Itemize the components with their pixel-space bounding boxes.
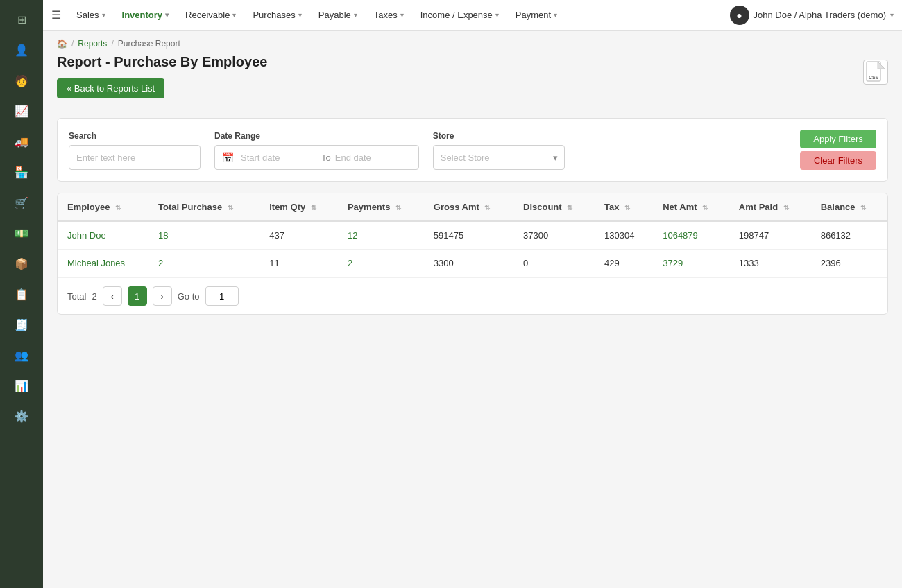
report-table-container: Employee ⇅ Total Purchase ⇅ Item Qty ⇅ P… <box>57 193 888 315</box>
breadcrumb-reports-link[interactable]: Reports <box>78 39 107 49</box>
search-input[interactable] <box>69 145 201 170</box>
sort-icon-tax: ⇅ <box>624 204 630 211</box>
sort-icon-employee: ⇅ <box>115 204 121 211</box>
hamburger-icon[interactable]: ☰ <box>51 8 61 21</box>
users-icon[interactable]: 👤 <box>8 36 35 64</box>
sort-icon-gross-amt: ⇅ <box>484 204 490 211</box>
nav-income-expense-label: Income / Expense <box>420 10 493 20</box>
cell-amt_paid: 1333 <box>729 250 811 277</box>
cell-total_purchase[interactable]: 2 <box>148 250 259 277</box>
list-icon[interactable]: 📋 <box>8 280 35 308</box>
col-balance[interactable]: Balance ⇅ <box>811 193 887 221</box>
goto-page-input[interactable] <box>205 286 239 306</box>
col-gross-amt[interactable]: Gross Amt ⇅ <box>424 193 513 221</box>
page-1-button[interactable]: 1 <box>128 286 147 306</box>
next-page-button[interactable]: › <box>153 286 172 306</box>
table-body: John Doe18437125914753730013030410648791… <box>58 221 887 277</box>
cell-payments[interactable]: 12 <box>338 221 424 250</box>
csv-file-icon: CSV <box>866 61 885 83</box>
col-net-amt[interactable]: Net Amt ⇅ <box>653 193 729 221</box>
cell-total_purchase[interactable]: 18 <box>148 221 259 250</box>
report-icon[interactable]: 📊 <box>8 372 35 399</box>
search-filter-group: Search <box>69 131 201 170</box>
store-select[interactable]: Select Store <box>433 145 565 170</box>
total-count: 2 <box>92 291 96 302</box>
clear-filters-button[interactable]: Clear Filters <box>800 151 876 170</box>
sort-icon-payments: ⇅ <box>395 204 401 211</box>
dollar-icon[interactable]: 💵 <box>8 219 35 247</box>
main-content: ☰ Sales ▾ Inventory ▾ Receivable ▾ Purch… <box>43 0 902 588</box>
dashboard-icon[interactable]: ⊞ <box>8 6 35 33</box>
calendar-icon: 📅 <box>222 152 234 163</box>
cell-discount: 0 <box>513 250 595 277</box>
nav-item-taxes[interactable]: Taxes ▾ <box>367 6 411 24</box>
search-filter-label: Search <box>69 131 201 141</box>
back-to-reports-button[interactable]: « Back to Reports List <box>57 78 164 98</box>
chart-icon[interactable]: 📈 <box>8 97 35 125</box>
nav-item-sales[interactable]: Sales ▾ <box>69 6 112 24</box>
store-icon[interactable]: 🏪 <box>8 158 35 186</box>
person-icon[interactable]: 🧑 <box>8 67 35 94</box>
goto-label: Go to <box>178 291 200 302</box>
sort-icon-item-qty: ⇅ <box>311 204 316 211</box>
nav-receivable-chevron: ▾ <box>232 11 236 19</box>
end-date-input[interactable] <box>335 153 411 163</box>
nav-item-receivable[interactable]: Receivable ▾ <box>178 6 243 24</box>
nav-payment-label: Payment <box>516 10 551 20</box>
apply-filters-button[interactable]: Apply Filters <box>800 130 876 148</box>
cell-balance: 2396 <box>811 250 887 277</box>
cell-net_amt[interactable]: 3729 <box>653 250 729 277</box>
cell-tax: 130304 <box>595 221 653 250</box>
cell-payments[interactable]: 2 <box>338 250 424 277</box>
cell-employee[interactable]: Micheal Jones <box>58 250 148 277</box>
date-to-separator: To <box>321 153 331 163</box>
col-tax[interactable]: Tax ⇅ <box>595 193 653 221</box>
cell-employee[interactable]: John Doe <box>58 221 148 250</box>
col-payments[interactable]: Payments ⇅ <box>338 193 424 221</box>
sort-icon-discount: ⇅ <box>567 204 572 211</box>
nav-item-payment[interactable]: Payment ▾ <box>509 6 564 24</box>
nav-purchases-chevron: ▾ <box>298 11 302 19</box>
total-label: Total <box>67 291 86 302</box>
sort-icon-balance: ⇅ <box>860 204 866 211</box>
report-table: Employee ⇅ Total Purchase ⇅ Item Qty ⇅ P… <box>58 193 887 277</box>
nav-receivable-label: Receivable <box>185 10 230 20</box>
col-discount[interactable]: Discount ⇅ <box>513 193 595 221</box>
csv-export-button[interactable]: CSV <box>863 60 888 85</box>
breadcrumb-home-link[interactable]: 🏠 <box>57 39 67 49</box>
date-range-inputs-container: 📅 To <box>214 145 419 170</box>
nav-inventory-label: Inventory <box>122 10 163 20</box>
col-item-qty[interactable]: Item Qty ⇅ <box>259 193 338 221</box>
page-title-area: Report - Purchase By Employee « Back to … <box>57 54 267 110</box>
col-employee[interactable]: Employee ⇅ <box>58 193 148 221</box>
nav-purchases-label: Purchases <box>253 10 295 20</box>
cell-item_qty: 437 <box>259 221 338 250</box>
nav-item-inventory[interactable]: Inventory ▾ <box>115 6 176 24</box>
cell-gross_amt: 591475 <box>424 221 513 250</box>
cart-icon[interactable]: 🛒 <box>8 189 35 216</box>
nav-sales-label: Sales <box>76 10 99 20</box>
sidebar: ⊞ 👤 🧑 📈 🚚 🏪 🛒 💵 📦 📋 🧾 👥 📊 ⚙️ <box>0 0 43 588</box>
filter-buttons-group: Apply Filters Clear Filters <box>800 130 876 170</box>
nav-item-payable[interactable]: Payable ▾ <box>312 6 364 24</box>
user-menu[interactable]: ● John Doe / Alpha Traders (demo) ▾ <box>730 6 894 25</box>
breadcrumb-sep-2: / <box>111 39 113 49</box>
sort-icon-total-purchase: ⇅ <box>228 204 233 211</box>
nav-item-income-expense[interactable]: Income / Expense ▾ <box>414 6 506 24</box>
top-navigation: ☰ Sales ▾ Inventory ▾ Receivable ▾ Purch… <box>43 0 902 31</box>
box-icon[interactable]: 📦 <box>8 250 35 277</box>
receipt-icon[interactable]: 🧾 <box>8 311 35 338</box>
cell-net_amt[interactable]: 1064879 <box>653 221 729 250</box>
prev-page-button[interactable]: ‹ <box>103 286 122 306</box>
settings-icon[interactable]: ⚙️ <box>8 402 35 430</box>
start-date-input[interactable] <box>241 153 317 163</box>
nav-taxes-label: Taxes <box>374 10 398 20</box>
nav-item-purchases[interactable]: Purchases ▾ <box>246 6 308 24</box>
truck-icon[interactable]: 🚚 <box>8 128 35 155</box>
date-range-filter-group: Date Range 📅 To <box>214 131 419 170</box>
col-amt-paid[interactable]: Amt Paid ⇅ <box>729 193 811 221</box>
group-icon[interactable]: 👥 <box>8 341 35 369</box>
cell-balance: 866132 <box>811 221 887 250</box>
col-total-purchase[interactable]: Total Purchase ⇅ <box>148 193 259 221</box>
filter-bar: Search Date Range 📅 To Store Select St <box>57 118 888 182</box>
